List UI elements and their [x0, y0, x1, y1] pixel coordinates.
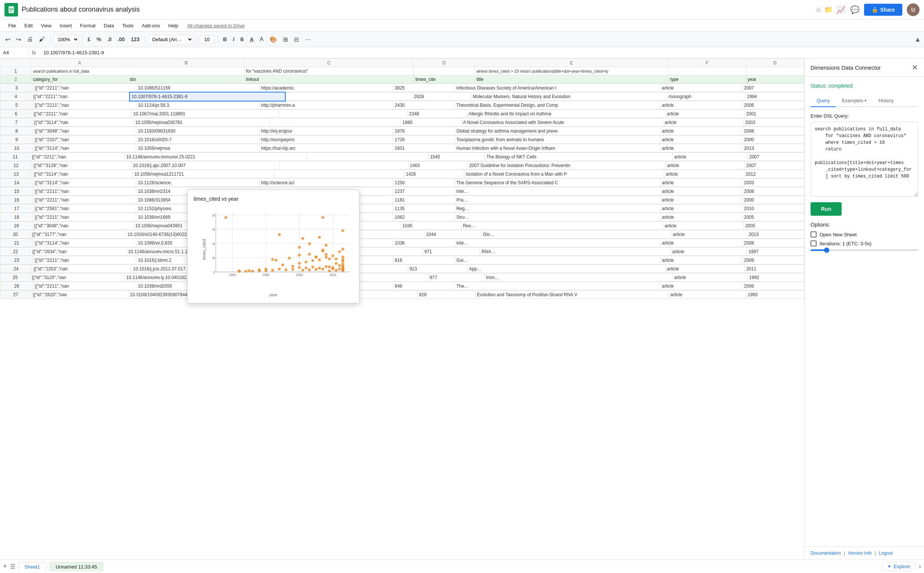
text-color-button[interactable]: A [257, 34, 266, 44]
tab-query[interactable]: Query [811, 95, 836, 107]
cell-G2[interactable]: year [746, 75, 804, 83]
cell-F3[interactable]: article [660, 84, 743, 92]
cell-B6[interactable]: 10.1067/mai.2001.118891 [131, 110, 278, 118]
cell-G24[interactable]: 2011 [745, 265, 804, 273]
menu-addons[interactable]: Add-ons [138, 21, 164, 30]
cell-B5[interactable]: 10.1124/pr.58.3. [136, 101, 260, 110]
cell-D24[interactable]: 913 [408, 265, 467, 273]
cell-E8[interactable]: Global strategy for asthma management an… [455, 127, 660, 135]
cell-C11[interactable] [306, 153, 428, 161]
cell-F16[interactable]: article [660, 196, 743, 204]
cell-F5[interactable]: article [660, 101, 743, 110]
cell-D5[interactable]: 2430 [393, 101, 455, 110]
tab-examples[interactable]: Examples ▾ [836, 95, 872, 107]
cell-A23[interactable]: [{"id":"2211","nan [33, 256, 136, 265]
cell-F19[interactable]: article [663, 222, 744, 230]
cell-E23[interactable]: Gui… [455, 256, 660, 265]
cell-B3[interactable]: 10.1086/511159 [136, 84, 260, 92]
italic-button[interactable]: I [231, 35, 237, 44]
cell-F26[interactable]: article [660, 282, 743, 290]
cell-E7[interactable]: A Novel Coronavirus Associated with Seve… [461, 118, 663, 127]
cell-F18[interactable]: article [660, 213, 743, 221]
cell-E20[interactable]: Glo… [481, 230, 671, 239]
cell-A5[interactable]: [{"id":"2211","nan [33, 101, 136, 110]
version-info-link[interactable]: Version Info [848, 551, 872, 556]
font-select[interactable]: Default (Ari… [148, 35, 193, 44]
cell-D26[interactable]: 846 [393, 282, 455, 290]
cell-E25[interactable]: Imm… [485, 273, 672, 282]
cell-F8[interactable]: article [660, 127, 743, 135]
cell-G21[interactable]: 2008 [743, 239, 804, 247]
cell-F23[interactable]: article [660, 256, 743, 265]
user-avatar[interactable]: U [907, 3, 919, 16]
cell-D1[interactable] [414, 67, 475, 75]
cell-G12[interactable]: 2007 [745, 161, 804, 170]
cell-B7[interactable]: 10.1056/nejmoa030781 [134, 118, 270, 127]
currency-button[interactable]: £ [85, 35, 93, 44]
comments-icon[interactable]: 💬 [850, 5, 860, 14]
cell-E13[interactable]: Isolation of a Novel Coronavirus from a … [464, 170, 664, 178]
cell-B10[interactable]: 10.1056/nejmoa [136, 144, 260, 152]
undo-button[interactable]: ↩ [3, 34, 13, 45]
cell-D18[interactable]: 1062 [393, 213, 455, 221]
redo-button[interactable]: ↪ [14, 34, 23, 45]
cell-A3[interactable]: [{"id":"2211","nan [33, 84, 136, 92]
cell-G13[interactable]: 2012 [744, 170, 804, 178]
borders-button[interactable]: ⊞ [281, 34, 290, 45]
star-icon[interactable]: ☆ [815, 6, 821, 14]
iterations-checkbox[interactable] [811, 240, 816, 246]
underline-button[interactable]: A [247, 35, 256, 44]
cell-A11[interactable]: [{"id":"2211","nan [30, 153, 125, 161]
cell-F25[interactable]: article [672, 273, 748, 282]
cell-A26[interactable]: [{"id":"2211","nan [33, 282, 136, 290]
cell-G14[interactable]: 2003 [743, 178, 804, 187]
cell-G6[interactable]: 2001 [745, 110, 804, 118]
cell-G16[interactable]: 2000 [743, 196, 804, 204]
cell-C9[interactable]: http://europepmc [260, 136, 393, 144]
cell-F10[interactable]: article [660, 144, 743, 152]
cell-A1[interactable]: search publications in full_data [31, 67, 244, 75]
sheet-tab-named-range[interactable]: Unnamed 11:33:45 [49, 562, 104, 571]
explore-button[interactable]: ✦ Explore [882, 562, 916, 571]
cell-F20[interactable]: article [671, 230, 747, 239]
cell-F17[interactable]: article [660, 205, 743, 213]
cell-G1[interactable] [746, 67, 804, 75]
cell-E6[interactable]: Allergic Rhinitis and Its Impact on Asth… [467, 110, 665, 118]
collapse-toolbar-button[interactable]: ▲ [914, 36, 921, 44]
cell-C10[interactable]: https://hal-riip.arc [260, 144, 393, 152]
cell-C14[interactable]: http://science.sci [260, 178, 393, 187]
cell-F27[interactable]: article [669, 291, 746, 299]
col-header-G[interactable]: G [746, 59, 804, 67]
cell-E2[interactable]: title [475, 75, 668, 83]
cell-F24[interactable]: article [665, 265, 745, 273]
cell-G17[interactable]: 2010 [743, 205, 804, 213]
cell-D15[interactable]: 1237 [393, 187, 455, 196]
paint-format-button[interactable]: 🖌 [37, 34, 47, 44]
slider-thumb[interactable] [824, 247, 829, 253]
col-header-A[interactable]: A [31, 59, 128, 67]
cell-C7[interactable] [270, 118, 401, 127]
menu-format[interactable]: Format [77, 21, 99, 30]
cell-C5[interactable]: http://pharmrev.a [260, 101, 393, 110]
cell-E3[interactable]: Infectious Diseases Society of America/A… [455, 84, 660, 92]
col-header-B[interactable]: B [128, 59, 244, 67]
cell-B2[interactable]: doi [128, 75, 244, 83]
cell-A6[interactable]: [{"id":"2211","nan [32, 110, 131, 118]
cell-D25[interactable]: 877 [428, 273, 485, 282]
cell-E10[interactable]: Human Infection with a Novel Avian-Origi… [455, 144, 660, 152]
cell-D10[interactable]: 1601 [393, 144, 455, 152]
cell-B8[interactable]: 10.1183/09031930 [136, 127, 260, 135]
cell-E19[interactable]: Res… [461, 222, 663, 230]
cell-F12[interactable]: article [665, 161, 744, 170]
decimal-less-button[interactable]: .0 [105, 35, 114, 44]
cell-D17[interactable]: 1135 [393, 205, 455, 213]
documentation-link[interactable]: Documentation [811, 551, 841, 556]
activity-icon[interactable]: 📈 [836, 5, 846, 14]
cell-D8[interactable]: 1876 [393, 127, 455, 135]
cell-A15[interactable]: [{"id":"2211","nan [33, 187, 136, 196]
iterations-slider[interactable] [811, 249, 918, 251]
cell-A7[interactable]: [{"id":"3114","nan [33, 118, 134, 127]
cell-A4[interactable]: [{"id":"2211","nan [31, 92, 130, 101]
cell-F13[interactable]: article [664, 170, 744, 178]
menu-edit[interactable]: Edit [20, 21, 36, 30]
